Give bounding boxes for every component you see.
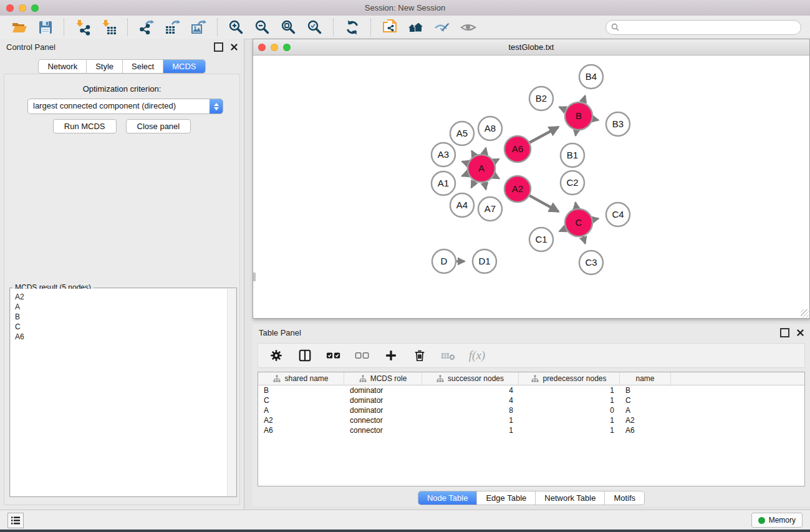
resize-grip-icon[interactable] bbox=[801, 309, 809, 317]
result-item[interactable]: A6 bbox=[15, 332, 231, 342]
tab-select[interactable]: Select bbox=[122, 60, 163, 73]
export-image-icon[interactable] bbox=[188, 18, 210, 37]
graph-node-B[interactable]: B bbox=[565, 102, 592, 130]
graph-edge-A-A3[interactable] bbox=[462, 162, 468, 163]
column-header-mcds-role[interactable]: MCDS role bbox=[344, 372, 422, 385]
import-network-icon[interactable] bbox=[72, 18, 94, 37]
close-panel-icon[interactable] bbox=[231, 44, 238, 51]
graph-node-A5[interactable]: A5 bbox=[450, 122, 474, 145]
graph-node-C1[interactable]: C1 bbox=[529, 228, 553, 251]
table-settings-gear-icon[interactable] bbox=[268, 347, 284, 364]
memory-button[interactable]: Memory bbox=[751, 513, 803, 528]
network-window-titlebar[interactable]: testGlobe.txt bbox=[253, 39, 809, 56]
column-header-successor-nodes[interactable]: successor nodes bbox=[422, 372, 519, 385]
column-header-shared-name[interactable]: shared name bbox=[258, 372, 344, 385]
tab-network-table[interactable]: Network Table bbox=[535, 491, 604, 505]
graph-node-C2[interactable]: C2 bbox=[561, 171, 584, 195]
tab-node-table[interactable]: Node Table bbox=[418, 491, 477, 505]
graph-edge-B-B1[interactable] bbox=[576, 130, 576, 136]
graph-node-A2[interactable]: A2 bbox=[504, 176, 531, 202]
column-header-predecessor-nodes[interactable]: predecessor nodes bbox=[519, 372, 620, 385]
export-table-icon[interactable] bbox=[162, 18, 183, 37]
graph-node-A[interactable]: A bbox=[468, 155, 495, 182]
v-scroll-nub[interactable] bbox=[253, 273, 256, 281]
close-table-panel-icon[interactable] bbox=[797, 329, 804, 336]
close-panel-button[interactable]: Close panel bbox=[126, 119, 191, 133]
run-mcds-button[interactable]: Run MCDS bbox=[53, 119, 117, 133]
graph-edge-A2-C[interactable] bbox=[529, 196, 558, 212]
graph-edge-A6-B[interactable] bbox=[529, 127, 558, 143]
function-builder-icon[interactable]: f(x) bbox=[469, 347, 485, 364]
mcds-result-list[interactable]: A2ABCA6 bbox=[11, 289, 236, 496]
graph-node-B4[interactable]: B4 bbox=[579, 65, 603, 89]
task-history-button[interactable] bbox=[7, 513, 24, 528]
graph-edge-C-C4[interactable] bbox=[593, 218, 599, 220]
zoom-out-icon[interactable] bbox=[252, 18, 273, 37]
tab-style[interactable]: Style bbox=[86, 60, 122, 73]
graph-node-A6[interactable]: A6 bbox=[504, 136, 531, 162]
graph-node-A3[interactable]: A3 bbox=[432, 143, 455, 167]
open-file-icon[interactable] bbox=[9, 18, 30, 37]
graph-edge-A-A8[interactable] bbox=[485, 148, 486, 154]
graph-node-C4[interactable]: C4 bbox=[606, 203, 630, 226]
export-network-icon[interactable] bbox=[136, 18, 157, 37]
delete-column-trash-icon[interactable] bbox=[412, 347, 428, 364]
delete-table-icon[interactable] bbox=[440, 347, 456, 364]
zoom-fit-icon[interactable] bbox=[278, 18, 299, 37]
new-network-from-selection-icon[interactable] bbox=[379, 18, 400, 37]
save-session-icon[interactable] bbox=[35, 18, 56, 37]
graph-node-B3[interactable]: B3 bbox=[606, 112, 630, 136]
tab-edge-table[interactable]: Edge Table bbox=[476, 491, 535, 505]
show-columns-icon[interactable] bbox=[297, 347, 313, 364]
import-table-icon[interactable] bbox=[99, 18, 120, 37]
select-all-columns-icon[interactable] bbox=[325, 347, 342, 364]
result-scrollbar[interactable] bbox=[227, 289, 236, 496]
search-field[interactable] bbox=[605, 20, 801, 35]
graph-edge-C-C3[interactable] bbox=[583, 236, 586, 244]
result-item[interactable]: A bbox=[15, 302, 231, 312]
graph-edge-A-A5[interactable] bbox=[471, 151, 474, 156]
graph-edge-A-A6[interactable] bbox=[494, 159, 499, 162]
zoom-selected-icon[interactable] bbox=[304, 18, 325, 37]
graph-node-C[interactable]: C bbox=[565, 209, 592, 236]
graph-node-D[interactable]: D bbox=[432, 249, 456, 273]
dropdown-stepper[interactable] bbox=[210, 99, 223, 114]
tab-mcds[interactable]: MCDS bbox=[163, 60, 205, 73]
graph-edge-A-A2[interactable] bbox=[494, 175, 499, 178]
first-neighbors-icon[interactable] bbox=[405, 18, 427, 37]
graph-node-B2[interactable]: B2 bbox=[529, 87, 553, 110]
network-graph[interactable]: AA1A2A3A4A5A6A7A8BB1B2B3B4CC1C2C3C4DD1 bbox=[253, 56, 809, 318]
result-item[interactable]: B bbox=[15, 312, 231, 322]
create-column-plus-icon[interactable] bbox=[383, 347, 399, 364]
graph-edge-B-B4[interactable] bbox=[583, 95, 585, 102]
network-canvas[interactable]: AA1A2A3A4A5A6A7A8BB1B2B3B4CC1C2C3C4DD1 bbox=[253, 56, 809, 318]
table-row[interactable]: A6connector11A6 bbox=[258, 425, 804, 435]
result-item[interactable]: A2 bbox=[15, 292, 231, 302]
table-row[interactable]: Cdominator41C bbox=[258, 395, 804, 405]
float-table-panel-icon[interactable] bbox=[780, 328, 789, 337]
search-input[interactable] bbox=[622, 22, 796, 32]
zoom-in-icon[interactable] bbox=[226, 18, 247, 37]
float-panel-icon[interactable] bbox=[214, 42, 223, 52]
tab-network[interactable]: Network bbox=[39, 60, 86, 73]
graph-node-A4[interactable]: A4 bbox=[450, 193, 474, 217]
graph-edge-C-C2[interactable] bbox=[576, 203, 577, 209]
graph-edge-A-A4[interactable] bbox=[471, 181, 475, 187]
refresh-layout-icon[interactable] bbox=[342, 18, 363, 37]
graph-edge-A-A7[interactable] bbox=[485, 182, 486, 189]
column-header-name[interactable]: name bbox=[620, 372, 671, 385]
graph-edge-B-B2[interactable] bbox=[559, 107, 566, 110]
graph-node-B1[interactable]: B1 bbox=[561, 143, 584, 167]
hide-selected-icon[interactable] bbox=[432, 18, 453, 37]
table-row[interactable]: Adominator80A bbox=[258, 405, 804, 415]
tab-motifs[interactable]: Motifs bbox=[604, 491, 644, 505]
graph-node-A1[interactable]: A1 bbox=[432, 172, 455, 195]
optimization-criterion-dropdown[interactable]: largest connected component (directed) bbox=[27, 99, 223, 114]
table-row[interactable]: Bdominator41B bbox=[258, 385, 804, 395]
graph-node-C3[interactable]: C3 bbox=[579, 251, 603, 274]
show-all-icon[interactable] bbox=[458, 18, 479, 37]
table-row[interactable]: A2connector11A2 bbox=[258, 415, 804, 425]
graph-node-D1[interactable]: D1 bbox=[473, 249, 496, 273]
graph-node-A8[interactable]: A8 bbox=[478, 117, 502, 140]
graph-node-A7[interactable]: A7 bbox=[478, 197, 502, 221]
